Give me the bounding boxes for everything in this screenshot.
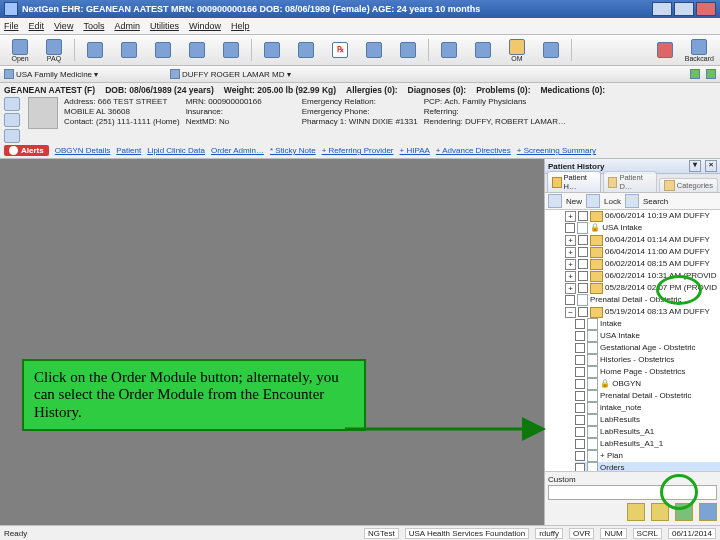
search-button[interactable]: Search (643, 197, 668, 206)
toolbar-button-16[interactable] (535, 36, 567, 64)
menu-view[interactable]: View (54, 21, 73, 31)
banner-link-7[interactable]: + Advance Directives (436, 146, 511, 155)
toolbar-button-3[interactable] (79, 36, 111, 64)
phone-icon[interactable] (4, 113, 20, 127)
context-next-button[interactable] (706, 69, 716, 79)
tree-node[interactable]: Home Page - Obstetrics (575, 366, 720, 378)
lock-button[interactable]: Lock (604, 197, 621, 206)
new-button[interactable]: New (566, 197, 582, 206)
status-org: USA Health Services Foundation (405, 528, 530, 539)
patient-avatar (28, 97, 58, 129)
search-icon (625, 194, 639, 208)
toolbar-paq-button[interactable]: PAQ (38, 36, 70, 64)
tree-node[interactable]: 🔒 USA Intake (565, 222, 720, 234)
encounter-tree[interactable]: +06/06/2014 10:19 AM DUFFY🔒 USA Intake+0… (545, 210, 720, 471)
arrow-right-icon (706, 69, 716, 79)
tab-patient-demographics[interactable]: Patient D… (603, 171, 657, 192)
document-canvas: Click on the Order Module button; altern… (0, 159, 544, 525)
tree-node[interactable]: Gestational Age - Obstetric (575, 342, 720, 354)
panel-close-button[interactable]: × (705, 160, 717, 172)
tree-node[interactable]: 🔒 OBGYN (575, 378, 720, 390)
toolbar-button-6[interactable] (181, 36, 213, 64)
main-toolbar: Open PAQ ℞ OM Backcard (0, 35, 720, 66)
tree-node[interactable]: Intake (575, 318, 720, 330)
toolbar-button-8[interactable] (256, 36, 288, 64)
tree-node[interactable]: Histories - Obstetrics (575, 354, 720, 366)
patient-diagnoses: Diagnoses (0): (408, 85, 467, 95)
panel-pin-button[interactable]: ▾ (689, 160, 701, 172)
menu-edit[interactable]: Edit (29, 21, 45, 31)
toolbar-backcard-button[interactable]: Backcard (683, 36, 716, 64)
menu-admin[interactable]: Admin (114, 21, 140, 31)
banner-link-8[interactable]: + Screening Summary (517, 146, 596, 155)
tree-node[interactable]: + Plan (575, 450, 720, 462)
banner-link-6[interactable]: + HIPAA (400, 146, 430, 155)
generic-icon (400, 42, 416, 58)
context-prev-button[interactable] (690, 69, 700, 79)
tab-categories[interactable]: Categories (659, 178, 718, 192)
toolbar-button-12[interactable] (392, 36, 424, 64)
info-icon[interactable] (4, 97, 20, 111)
folder-icon (12, 39, 28, 55)
tree-node[interactable]: intake_note (575, 402, 720, 414)
menubar: File Edit View Tools Admin Utilities Win… (0, 18, 720, 35)
toolbar-separator (74, 39, 75, 61)
tree-node[interactable]: Prenatal Detail - Obstetric (575, 390, 720, 402)
minimize-button[interactable] (652, 2, 672, 16)
banner-link-5[interactable]: + Referring Provider (322, 146, 394, 155)
toolbar-button-13[interactable] (433, 36, 465, 64)
toolbar-separator (428, 39, 429, 61)
menu-file[interactable]: File (4, 21, 19, 31)
tab-patient-history[interactable]: Patient H… (547, 171, 601, 192)
maximize-button[interactable] (674, 2, 694, 16)
banner-link-0[interactable]: OBGYN Details (55, 146, 111, 155)
new-icon (548, 194, 562, 208)
banner-link-3[interactable]: Order Admin… (211, 146, 264, 155)
status-ovr: OVR (569, 528, 594, 539)
instruction-callout: Click on the Order Module button; altern… (22, 359, 366, 431)
provider-selector[interactable]: DUFFY ROGER LAMAR MD▾ (170, 69, 291, 79)
footer-icon-1[interactable] (627, 503, 645, 521)
tree-node[interactable]: LabResults_A1 (575, 426, 720, 438)
menu-help[interactable]: Help (231, 21, 250, 31)
tree-node[interactable]: +06/06/2014 10:19 AM DUFFY (565, 210, 720, 222)
menu-utilities[interactable]: Utilities (150, 21, 179, 31)
banner-link-1[interactable]: Patient (116, 146, 141, 155)
tree-node[interactable]: +06/02/2014 08:15 AM DUFFY (565, 258, 720, 270)
toolbar-button-9[interactable] (290, 36, 322, 64)
menu-tools[interactable]: Tools (83, 21, 104, 31)
tree-node[interactable]: LabResults_A1_1 (575, 438, 720, 450)
toolbar-button-5[interactable] (147, 36, 179, 64)
window-titlebar: NextGen EHR: GEANEAN AATEST MRN: 0009000… (0, 0, 720, 18)
tree-node[interactable]: Orders (575, 462, 720, 471)
tree-node[interactable]: +06/04/2014 01:14 AM DUFFY (565, 234, 720, 246)
toolbar-open-button[interactable]: Open (4, 36, 36, 64)
tree-node[interactable]: LabResults (575, 414, 720, 426)
practice-selector[interactable]: USA Family Medicine▾ (4, 69, 98, 79)
banner-side-icons (4, 97, 22, 143)
alerts-button[interactable]: Alerts (4, 145, 49, 156)
tree-node[interactable]: +06/04/2014 11:00 AM DUFFY (565, 246, 720, 258)
close-button[interactable] (696, 2, 716, 16)
patient-referring: Referring: (424, 107, 566, 116)
toolbar-button-14[interactable] (467, 36, 499, 64)
generic-icon (475, 42, 491, 58)
menu-window[interactable]: Window (189, 21, 221, 31)
banner-link-2[interactable]: Lipid Clinic Data (147, 146, 205, 155)
toolbar-button-11[interactable] (358, 36, 390, 64)
toolbar-om-button[interactable]: OM (501, 36, 533, 64)
refresh-icon[interactable] (4, 129, 20, 143)
tree-node[interactable]: USA Intake (575, 330, 720, 342)
tab-icon (552, 177, 562, 188)
status-bar: Ready NGTest USA Health Services Foundat… (0, 525, 720, 540)
toolbar-button-4[interactable] (113, 36, 145, 64)
toolbar-button-7[interactable] (215, 36, 247, 64)
toolbar-close-button[interactable] (649, 36, 681, 64)
lock-icon (586, 194, 600, 208)
callout-arrow (340, 369, 560, 489)
patient-dob: DOB: 08/06/1989 (24 years) (105, 85, 214, 95)
toolbar-button-10[interactable]: ℞ (324, 36, 356, 64)
footer-icon-4[interactable] (699, 503, 717, 521)
banner-link-4[interactable]: * Sticky Note (270, 146, 316, 155)
tree-node[interactable]: −05/19/2014 08:13 AM DUFFY (565, 306, 720, 318)
